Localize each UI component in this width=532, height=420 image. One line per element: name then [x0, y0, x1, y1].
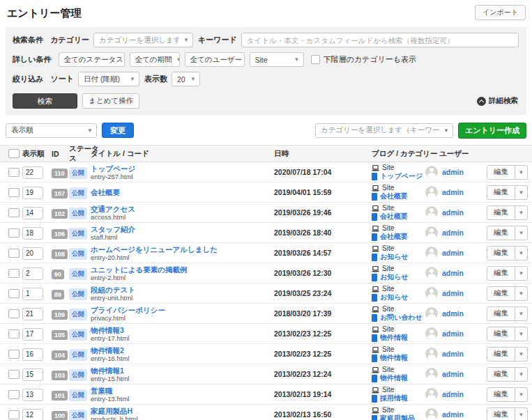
edit-button[interactable]: 編集: [487, 205, 515, 220]
category-link[interactable]: 会社概要: [380, 192, 408, 201]
user-link[interactable]: admin: [442, 168, 464, 176]
entry-title-link[interactable]: ユニットによる要素の掲載例: [91, 265, 274, 274]
import-button[interactable]: インポート: [475, 5, 526, 20]
user-link[interactable]: admin: [442, 249, 464, 257]
category-link[interactable]: トップページ: [380, 172, 423, 180]
user-link[interactable]: admin: [442, 289, 464, 297]
blog-link[interactable]: Site: [382, 386, 394, 394]
edit-button[interactable]: 編集: [487, 266, 515, 281]
edit-button[interactable]: 編集: [487, 387, 515, 402]
user-link[interactable]: admin: [442, 208, 464, 217]
subcategory-checkbox[interactable]: [311, 55, 320, 64]
edit-button[interactable]: 編集: [487, 327, 515, 341]
apply-order-button[interactable]: 変更: [102, 123, 134, 138]
entry-title-link[interactable]: 物件情報1: [91, 366, 274, 375]
row-checkbox[interactable]: [8, 249, 20, 258]
edit-dropdown-button[interactable]: ▼: [515, 306, 528, 321]
edit-dropdown-button[interactable]: ▼: [515, 266, 528, 281]
order-input[interactable]: [22, 227, 43, 240]
edit-dropdown-button[interactable]: ▼: [515, 327, 528, 341]
user-link[interactable]: admin: [442, 370, 464, 378]
edit-button[interactable]: 編集: [487, 246, 515, 260]
row-checkbox[interactable]: [8, 390, 20, 399]
entry-title-link[interactable]: トップページ: [91, 164, 274, 173]
edit-dropdown-button[interactable]: ▼: [515, 387, 528, 402]
user-link[interactable]: admin: [442, 188, 464, 196]
category-filter-select[interactable]: カテゴリーを選択します（キーワードを入れて絞り込... ▼: [315, 123, 453, 138]
edit-dropdown-button[interactable]: ▼: [515, 367, 528, 382]
category-link[interactable]: お知らせ: [380, 253, 409, 261]
user-link[interactable]: admin: [442, 309, 464, 318]
order-input[interactable]: [22, 389, 43, 401]
entry-title-link[interactable]: 段組のテスト: [91, 286, 274, 294]
display-order-select[interactable]: 表示順 ▼: [6, 123, 97, 138]
blog-link[interactable]: Site: [382, 244, 394, 253]
category-link[interactable]: 物件情報: [380, 374, 408, 382]
user-link[interactable]: admin: [442, 329, 464, 338]
user-link[interactable]: admin: [442, 390, 464, 398]
category-link[interactable]: お問い合わせ: [380, 313, 423, 322]
blog-link[interactable]: Site: [382, 285, 394, 293]
category-link[interactable]: 家庭用製品: [380, 414, 415, 420]
select-all-checkbox[interactable]: [8, 149, 20, 158]
user-select[interactable]: 全てのユーザー ▼: [185, 52, 245, 67]
order-input[interactable]: [22, 207, 43, 219]
edit-dropdown-button[interactable]: ▼: [515, 226, 528, 240]
row-checkbox[interactable]: [8, 350, 20, 359]
edit-button[interactable]: 編集: [487, 306, 515, 321]
edit-button[interactable]: 編集: [487, 165, 515, 180]
order-input[interactable]: [22, 348, 43, 361]
blog-link[interactable]: Site: [382, 366, 394, 374]
entry-title-link[interactable]: 家庭用製品H: [91, 407, 274, 415]
entry-title-link[interactable]: スタッフ紹介: [91, 225, 274, 233]
status-select[interactable]: 全てのステータス ▼: [59, 52, 125, 67]
order-input[interactable]: [22, 166, 43, 179]
edit-dropdown-button[interactable]: ▼: [515, 286, 528, 301]
blog-link[interactable]: Site: [382, 184, 394, 192]
entry-title-link[interactable]: 交通アクセス: [91, 205, 274, 213]
edit-dropdown-button[interactable]: ▼: [515, 347, 528, 361]
row-checkbox[interactable]: [8, 329, 20, 339]
entry-title-link[interactable]: 物件情報3: [91, 326, 274, 334]
order-input[interactable]: [22, 288, 43, 300]
entry-title-link[interactable]: ホームページをリニューアルしました: [91, 245, 274, 254]
order-input[interactable]: [22, 187, 43, 199]
category-link[interactable]: 会社概要: [380, 212, 408, 221]
edit-button[interactable]: 編集: [487, 286, 515, 301]
advanced-search-toggle[interactable]: 詳細検索: [477, 96, 518, 106]
user-link[interactable]: admin: [442, 269, 464, 277]
blog-link[interactable]: Site: [382, 305, 394, 313]
entry-title-link[interactable]: 物件情報2: [91, 346, 274, 355]
create-entry-button[interactable]: エントリー作成: [458, 123, 526, 139]
edit-button[interactable]: 編集: [487, 347, 515, 361]
category-link[interactable]: お知らせ: [380, 293, 409, 302]
category-select[interactable]: カテゴリーを選択します（キーワードを入れて絞... ▼: [93, 33, 193, 47]
search-button[interactable]: 検索: [13, 93, 77, 109]
order-input[interactable]: [22, 267, 43, 280]
order-input[interactable]: [22, 308, 43, 320]
row-checkbox[interactable]: [8, 168, 20, 177]
edit-button[interactable]: 編集: [487, 185, 515, 200]
edit-button[interactable]: 編集: [487, 367, 515, 382]
order-input[interactable]: [22, 247, 43, 260]
entry-title-link[interactable]: 営業職: [91, 387, 274, 395]
order-input[interactable]: [22, 328, 43, 341]
row-checkbox[interactable]: [8, 289, 20, 298]
period-select[interactable]: 全ての期間 ▼: [130, 52, 180, 67]
category-link[interactable]: 物件情報: [380, 354, 408, 362]
limit-select[interactable]: 20 ▼: [172, 72, 200, 86]
keyword-input[interactable]: [241, 33, 519, 47]
blog-link[interactable]: Site: [382, 325, 394, 334]
user-link[interactable]: admin: [442, 228, 464, 237]
row-checkbox[interactable]: [8, 228, 20, 238]
edit-dropdown-button[interactable]: ▼: [515, 165, 528, 180]
category-link[interactable]: 物件情報: [380, 334, 408, 342]
edit-dropdown-button[interactable]: ▼: [515, 205, 528, 220]
order-input[interactable]: [22, 368, 43, 381]
category-link[interactable]: お知らせ: [380, 273, 409, 281]
row-checkbox[interactable]: [8, 208, 20, 217]
blog-link[interactable]: Site: [382, 265, 394, 273]
blog-link[interactable]: Site: [382, 224, 394, 233]
edit-dropdown-button[interactable]: ▼: [515, 407, 528, 420]
category-link[interactable]: 採用情報: [380, 394, 408, 403]
